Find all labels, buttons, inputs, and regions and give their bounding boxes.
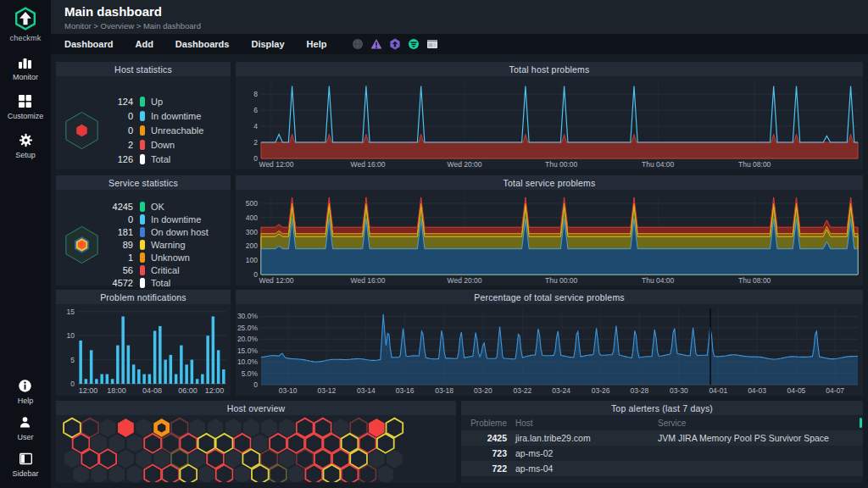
notification-bar [116, 346, 120, 384]
host-hexagon[interactable] [108, 434, 125, 453]
menubar-icons [352, 38, 438, 50]
host-hexagon[interactable] [359, 465, 376, 483]
stat-row-warning[interactable]: 89Warning [101, 239, 222, 252]
stat-label: Up [151, 97, 222, 107]
host-hexagon[interactable] [118, 419, 135, 438]
host-hexagon[interactable] [99, 419, 116, 438]
svg-text:Wed 12:00: Wed 12:00 [259, 276, 294, 285]
stat-value: 89 [101, 240, 133, 250]
stat-row-down[interactable]: 2Down [101, 137, 222, 152]
checkmk-logo[interactable]: checkmk [10, 6, 42, 42]
stat-row-in-downtime[interactable]: 0In downtime [101, 214, 222, 226]
svg-text:8: 8 [253, 90, 258, 98]
host-hexagon[interactable] [99, 449, 116, 469]
host-hexagon[interactable] [252, 465, 269, 483]
cell-host[interactable]: jira.lan.tribe29.com [515, 433, 658, 443]
sidebar-item-help[interactable]: Help [18, 379, 34, 405]
service-state-hexagon[interactable] [63, 200, 101, 290]
host-hexagon[interactable] [126, 434, 143, 453]
host-hexagon[interactable] [126, 465, 143, 483]
table-row[interactable]: 722ap-ms-04 [461, 461, 863, 476]
stat-color-chip [140, 214, 145, 225]
host-hexagon[interactable] [64, 449, 81, 469]
menu-item-dashboard[interactable]: Dashboard [64, 39, 113, 49]
user-icon [18, 415, 32, 430]
cell-service[interactable]: JVM JIRA Memory Pool PS Survivor Space [658, 433, 863, 443]
column-header-service[interactable]: Service [658, 419, 863, 428]
pct-problems-chart[interactable]: 05.0%10.0%15.0%20.0%25.0%30.0%03-1003-12… [236, 304, 863, 396]
column-header-host[interactable]: Host [515, 419, 658, 428]
update-icon[interactable] [389, 38, 401, 50]
globe-icon[interactable] [352, 38, 364, 50]
host-hexagon[interactable] [342, 465, 359, 483]
notification-bar [111, 379, 114, 384]
svg-text:03-20: 03-20 [474, 386, 492, 395]
host-hexagon[interactable] [144, 434, 161, 453]
notification-bar [164, 360, 167, 384]
notification-bar [137, 369, 141, 384]
stat-row-on-down-host[interactable]: 181On down host [101, 226, 222, 239]
host-stats-rows: 124Up0In downtime0Unreachable2Down126Tot… [101, 94, 231, 166]
host-hexagon[interactable] [144, 465, 161, 483]
host-hexagon[interactable] [81, 419, 98, 438]
host-hexagon[interactable] [216, 465, 233, 483]
notifications-bar-chart[interactable]: 05101512:0018:0004-0806:0012:00 [56, 304, 231, 396]
table-row[interactable]: 723ap-ms-02 [461, 446, 863, 461]
host-hexagon[interactable] [81, 449, 98, 469]
notification-bar [206, 336, 209, 384]
stat-row-in-downtime[interactable]: 0In downtime [101, 108, 222, 123]
host-hexagon[interactable] [324, 465, 341, 483]
sidebar-item-user[interactable]: User [17, 415, 33, 441]
svg-text:10: 10 [67, 331, 75, 340]
svg-text:20.0%: 20.0% [237, 335, 259, 343]
svg-text:Thu 08:00: Thu 08:00 [738, 160, 771, 169]
host-hexagon[interactable] [305, 465, 322, 483]
svg-text:0: 0 [253, 380, 258, 389]
stat-row-total[interactable]: 4572Total [101, 277, 222, 290]
top-alerters-panel: Top alerters (last 7 days) Probleme Host… [461, 401, 863, 483]
host-state-hexagon[interactable] [63, 87, 101, 174]
host-hexagon[interactable] [181, 465, 198, 483]
column-header-probleme[interactable]: Probleme [461, 419, 515, 428]
notification-bar [132, 364, 136, 384]
host-hexagon[interactable] [377, 465, 394, 483]
host-problems-chart[interactable]: 02468Wed 12:00Wed 16:00Wed 20:00Thu 00:0… [236, 76, 863, 169]
host-hexagon[interactable] [118, 449, 135, 469]
sidebar-item-setup[interactable]: Setup [15, 133, 36, 159]
svg-text:Thu 04:00: Thu 04:00 [642, 276, 675, 285]
stat-row-unknown[interactable]: 1Unknown [101, 252, 222, 264]
notification-bar [222, 369, 225, 384]
menu-item-help[interactable]: Help [307, 39, 327, 49]
cell-host[interactable]: ap-ms-04 [515, 463, 658, 474]
stat-value: 56 [101, 265, 133, 275]
host-hexagon[interactable] [270, 465, 287, 483]
help-icon [18, 379, 32, 393]
menu-item-add[interactable]: Add [135, 39, 153, 49]
host-hexagon[interactable] [377, 434, 394, 453]
stat-value: 1 [101, 252, 133, 263]
window-icon[interactable] [426, 38, 438, 50]
sidebar-item-monitor[interactable]: Monitor [13, 55, 38, 81]
svg-text:0: 0 [253, 270, 258, 279]
host-hexagon[interactable] [162, 465, 179, 483]
breadcrumb[interactable]: Monitor > Overview > Main dashboard [64, 21, 201, 30]
stat-row-total[interactable]: 126Total [101, 152, 222, 166]
svg-text:06:00: 06:00 [178, 386, 198, 395]
stat-row-critical[interactable]: 56Critical [101, 264, 222, 277]
stat-row-up[interactable]: 124Up [101, 94, 222, 108]
menu-item-display[interactable]: Display [251, 39, 284, 49]
stat-row-ok[interactable]: 4245OK [101, 201, 222, 214]
filter-icon[interactable] [408, 38, 420, 50]
table-row[interactable]: 2425jira.lan.tribe29.comJVM JIRA Memory … [461, 430, 863, 446]
cell-host[interactable]: ap-ms-02 [515, 448, 658, 458]
service-problems-chart[interactable]: 0100200300400500Wed 12:00Wed 16:00Wed 20… [236, 190, 863, 286]
svg-text:2: 2 [253, 138, 258, 147]
stat-row-unreachable[interactable]: 0Unreachable [101, 123, 222, 137]
sidebar-item-customize[interactable]: Customize [8, 94, 44, 120]
host-hexagon[interactable] [73, 434, 90, 453]
svg-text:15.0%: 15.0% [237, 347, 259, 355]
menu-item-dashboards[interactable]: Dashboards [175, 39, 230, 49]
panel-title: Top alerters (last 7 days) [461, 401, 863, 415]
sidebar-item-sidebar-toggle[interactable]: Sidebar [12, 452, 38, 478]
warning-icon[interactable] [370, 38, 382, 50]
